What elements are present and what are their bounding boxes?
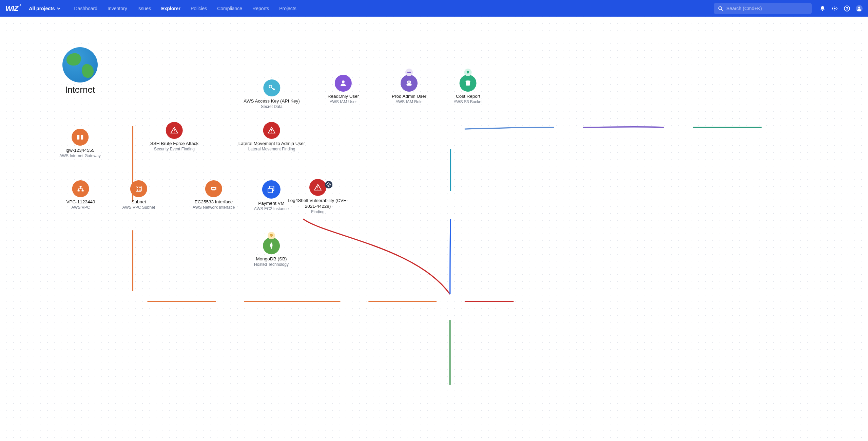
nav-issues[interactable]: Issues	[132, 1, 156, 16]
subnet-icon	[130, 180, 147, 197]
svg-rect-46	[407, 80, 411, 84]
project-selector-label: All projects	[29, 6, 55, 11]
svg-point-42	[271, 235, 272, 236]
node-cost-report[interactable]: Cost Report AWS S3 Bucket	[454, 75, 483, 105]
svg-point-34	[327, 183, 330, 186]
search-input[interactable]	[727, 6, 808, 11]
vpc-icon	[72, 180, 89, 197]
user-avatar-icon[interactable]	[856, 5, 863, 12]
role-icon	[401, 75, 418, 92]
svg-point-21	[137, 187, 138, 188]
node-subnet[interactable]: Subnet AWS VPC Subnet	[122, 180, 155, 210]
node-sub: Finding	[311, 209, 324, 215]
gateway-icon	[72, 129, 89, 146]
bucket-icon	[460, 75, 477, 92]
node-title: Lateral Movement to Admin User	[238, 141, 305, 147]
node-log4shell[interactable]: Log4Shell Vulnerability (CVE-2021-44228)…	[284, 179, 352, 215]
node-ssh-attack[interactable]: SSH Brute Force Attack Security Event Fi…	[150, 122, 199, 152]
node-sub: AWS S3 Bucket	[454, 99, 483, 105]
svg-line-1	[721, 9, 723, 11]
graph-edges	[0, 17, 868, 441]
search-box[interactable]	[714, 3, 812, 14]
node-title: Payment VM	[258, 201, 284, 206]
search-icon	[718, 6, 723, 11]
node-mongodb[interactable]: MongoDB (SB) Hosted Technology	[254, 237, 289, 267]
svg-point-50	[466, 80, 470, 82]
svg-point-2	[834, 7, 836, 9]
svg-point-47	[408, 81, 409, 82]
svg-point-23	[137, 190, 138, 190]
chevron-down-icon	[57, 7, 60, 10]
node-title: Subnet	[132, 199, 146, 205]
svg-rect-49	[406, 84, 411, 86]
help-icon[interactable]	[844, 5, 850, 12]
svg-rect-15	[77, 135, 79, 140]
svg-rect-25	[212, 188, 215, 189]
svg-point-29	[174, 132, 175, 132]
node-sub: AWS VPC	[72, 205, 90, 210]
settings-icon[interactable]	[831, 5, 838, 12]
node-payment-vm[interactable]: Payment VM AWS EC2 Instance	[254, 180, 289, 212]
key-icon	[263, 79, 280, 96]
header-icons	[819, 5, 863, 12]
node-sub: AWS Internet Gateway	[59, 153, 101, 159]
svg-point-6	[858, 6, 860, 8]
svg-point-33	[317, 189, 318, 189]
svg-point-41	[270, 235, 271, 236]
nav-projects[interactable]: Projects	[274, 1, 302, 16]
svg-rect-43	[271, 236, 272, 237]
node-sub: AWS VPC Subnet	[122, 205, 155, 210]
svg-point-44	[269, 85, 272, 88]
node-title: Internet	[65, 85, 95, 95]
alert-icon	[166, 122, 183, 139]
nav-policies[interactable]: Policies	[186, 1, 212, 16]
node-title: igw-12344555	[66, 148, 95, 153]
alert-icon	[263, 122, 280, 139]
logo: WIZ	[5, 4, 18, 13]
svg-rect-27	[268, 188, 272, 193]
database-icon	[263, 237, 280, 254]
node-access-key[interactable]: AWS Access Key (API Key) Secret Data	[244, 79, 300, 109]
svg-point-48	[409, 81, 410, 82]
svg-rect-17	[80, 186, 82, 187]
nav-inventory[interactable]: Inventory	[102, 1, 132, 16]
node-title: MongoDB (SB)	[256, 256, 287, 262]
node-sub: AWS Network Interface	[193, 205, 235, 210]
node-eni[interactable]: EC25533 Interface AWS Network Interface	[193, 180, 235, 210]
vm-icon	[262, 180, 281, 199]
notifications-icon[interactable]	[819, 5, 826, 12]
nav-explorer[interactable]: Explorer	[156, 1, 186, 16]
node-vpc[interactable]: VPC-1123449 AWS VPC	[66, 180, 95, 210]
nav-reports[interactable]: Reports	[247, 1, 274, 16]
node-title: Prod Admin User	[392, 94, 426, 99]
svg-rect-19	[82, 190, 84, 191]
project-selector[interactable]: All projects	[29, 6, 60, 11]
svg-rect-16	[81, 135, 83, 140]
svg-point-31	[271, 132, 272, 132]
graph-canvas[interactable]: Internet igw-12344555 AWS Internet Gatew…	[0, 17, 868, 441]
node-title: AWS Access Key (API Key)	[244, 98, 300, 104]
nav-dashboard[interactable]: Dashboard	[69, 1, 103, 16]
node-sub: Lateral Movement Finding	[248, 147, 295, 152]
nav-compliance[interactable]: Compliance	[212, 1, 247, 16]
nav-tabs: Dashboard Inventory Issues Explorer Poli…	[69, 1, 302, 16]
node-internet[interactable]: Internet	[62, 47, 98, 95]
svg-point-22	[140, 187, 140, 188]
node-readonly-user[interactable]: ReadOnly User AWS IAM User	[328, 75, 359, 105]
svg-rect-18	[78, 190, 80, 191]
user-icon	[335, 75, 352, 92]
svg-point-4	[847, 10, 847, 10]
node-title: EC25533 Interface	[195, 199, 233, 205]
node-igw[interactable]: igw-12344555 AWS Internet Gateway	[59, 129, 101, 159]
node-sub: Secret Data	[261, 104, 282, 109]
node-admin-user[interactable]: Prod Admin User AWS IAM Role	[392, 75, 426, 105]
node-sub: AWS IAM Role	[396, 99, 423, 105]
node-lateral-movement[interactable]: Lateral Movement to Admin User Lateral M…	[238, 122, 305, 152]
target-badge-icon	[325, 181, 332, 188]
node-title: Log4Shell Vulnerability (CVE-2021-44228)	[284, 198, 352, 209]
alert-icon	[309, 179, 326, 196]
crown-badge-icon	[405, 69, 413, 76]
node-title: ReadOnly User	[328, 94, 359, 99]
node-sub: AWS IAM User	[330, 99, 357, 105]
svg-point-35	[328, 184, 329, 185]
